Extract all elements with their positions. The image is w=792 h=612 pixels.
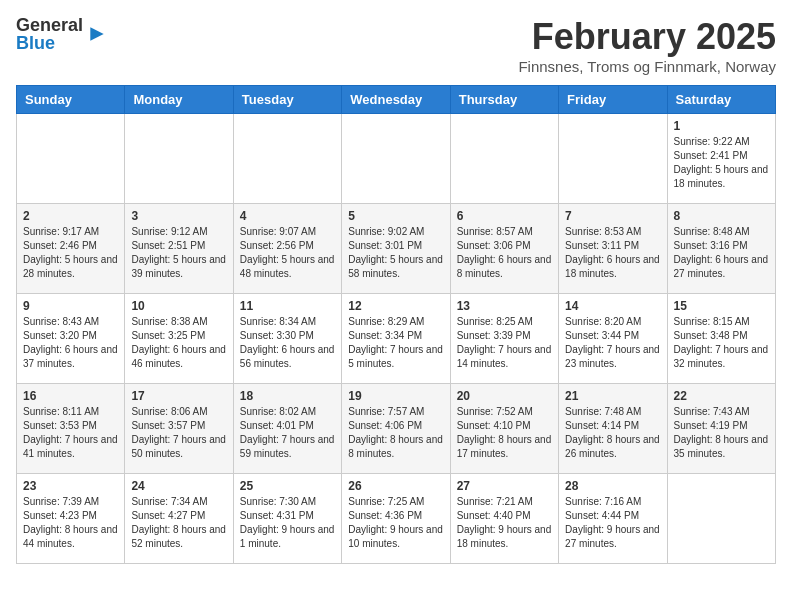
day-info: Sunrise: 7:30 AM Sunset: 4:31 PM Dayligh… <box>240 495 335 551</box>
logo-text-block: General Blue <box>16 16 83 52</box>
day-info: Sunrise: 7:34 AM Sunset: 4:27 PM Dayligh… <box>131 495 226 551</box>
calendar-cell: 16Sunrise: 8:11 AM Sunset: 3:53 PM Dayli… <box>17 384 125 474</box>
page-header: General Blue February 2025 Finnsnes, Tro… <box>16 16 776 75</box>
day-info: Sunrise: 8:43 AM Sunset: 3:20 PM Dayligh… <box>23 315 118 371</box>
calendar-cell: 9Sunrise: 8:43 AM Sunset: 3:20 PM Daylig… <box>17 294 125 384</box>
calendar-cell <box>125 114 233 204</box>
day-info: Sunrise: 9:02 AM Sunset: 3:01 PM Dayligh… <box>348 225 443 281</box>
col-header-monday: Monday <box>125 86 233 114</box>
logo-arrow-icon <box>87 24 107 44</box>
calendar-body: 1Sunrise: 9:22 AM Sunset: 2:41 PM Daylig… <box>17 114 776 564</box>
calendar-cell: 7Sunrise: 8:53 AM Sunset: 3:11 PM Daylig… <box>559 204 667 294</box>
day-info: Sunrise: 7:25 AM Sunset: 4:36 PM Dayligh… <box>348 495 443 551</box>
col-header-sunday: Sunday <box>17 86 125 114</box>
day-number: 1 <box>674 119 769 133</box>
day-number: 12 <box>348 299 443 313</box>
day-info: Sunrise: 8:15 AM Sunset: 3:48 PM Dayligh… <box>674 315 769 371</box>
calendar-cell: 18Sunrise: 8:02 AM Sunset: 4:01 PM Dayli… <box>233 384 341 474</box>
day-number: 28 <box>565 479 660 493</box>
calendar-week-row: 9Sunrise: 8:43 AM Sunset: 3:20 PM Daylig… <box>17 294 776 384</box>
day-info: Sunrise: 9:17 AM Sunset: 2:46 PM Dayligh… <box>23 225 118 281</box>
calendar-cell: 23Sunrise: 7:39 AM Sunset: 4:23 PM Dayli… <box>17 474 125 564</box>
day-info: Sunrise: 8:06 AM Sunset: 3:57 PM Dayligh… <box>131 405 226 461</box>
day-number: 5 <box>348 209 443 223</box>
calendar-cell: 15Sunrise: 8:15 AM Sunset: 3:48 PM Dayli… <box>667 294 775 384</box>
calendar-cell: 20Sunrise: 7:52 AM Sunset: 4:10 PM Dayli… <box>450 384 558 474</box>
day-number: 17 <box>131 389 226 403</box>
calendar-cell <box>17 114 125 204</box>
calendar-cell: 27Sunrise: 7:21 AM Sunset: 4:40 PM Dayli… <box>450 474 558 564</box>
day-number: 25 <box>240 479 335 493</box>
day-info: Sunrise: 7:43 AM Sunset: 4:19 PM Dayligh… <box>674 405 769 461</box>
calendar-cell: 17Sunrise: 8:06 AM Sunset: 3:57 PM Dayli… <box>125 384 233 474</box>
col-header-thursday: Thursday <box>450 86 558 114</box>
calendar-cell: 12Sunrise: 8:29 AM Sunset: 3:34 PM Dayli… <box>342 294 450 384</box>
calendar-cell <box>233 114 341 204</box>
day-info: Sunrise: 8:53 AM Sunset: 3:11 PM Dayligh… <box>565 225 660 281</box>
col-header-wednesday: Wednesday <box>342 86 450 114</box>
calendar-week-row: 2Sunrise: 9:17 AM Sunset: 2:46 PM Daylig… <box>17 204 776 294</box>
calendar-cell: 24Sunrise: 7:34 AM Sunset: 4:27 PM Dayli… <box>125 474 233 564</box>
calendar-subtitle: Finnsnes, Troms og Finnmark, Norway <box>518 58 776 75</box>
day-number: 26 <box>348 479 443 493</box>
calendar-cell: 8Sunrise: 8:48 AM Sunset: 3:16 PM Daylig… <box>667 204 775 294</box>
day-number: 22 <box>674 389 769 403</box>
day-number: 23 <box>23 479 118 493</box>
day-info: Sunrise: 8:29 AM Sunset: 3:34 PM Dayligh… <box>348 315 443 371</box>
day-info: Sunrise: 8:34 AM Sunset: 3:30 PM Dayligh… <box>240 315 335 371</box>
calendar-cell: 26Sunrise: 7:25 AM Sunset: 4:36 PM Dayli… <box>342 474 450 564</box>
day-info: Sunrise: 8:20 AM Sunset: 3:44 PM Dayligh… <box>565 315 660 371</box>
calendar-title: February 2025 <box>518 16 776 58</box>
col-header-friday: Friday <box>559 86 667 114</box>
calendar-cell: 2Sunrise: 9:17 AM Sunset: 2:46 PM Daylig… <box>17 204 125 294</box>
calendar-cell: 3Sunrise: 9:12 AM Sunset: 2:51 PM Daylig… <box>125 204 233 294</box>
logo: General Blue <box>16 16 107 52</box>
day-number: 2 <box>23 209 118 223</box>
day-number: 19 <box>348 389 443 403</box>
logo-general: General <box>16 16 83 34</box>
day-info: Sunrise: 9:22 AM Sunset: 2:41 PM Dayligh… <box>674 135 769 191</box>
day-number: 10 <box>131 299 226 313</box>
calendar-header-row: SundayMondayTuesdayWednesdayThursdayFrid… <box>17 86 776 114</box>
day-number: 11 <box>240 299 335 313</box>
calendar-cell: 11Sunrise: 8:34 AM Sunset: 3:30 PM Dayli… <box>233 294 341 384</box>
day-number: 27 <box>457 479 552 493</box>
day-info: Sunrise: 7:48 AM Sunset: 4:14 PM Dayligh… <box>565 405 660 461</box>
calendar-week-row: 16Sunrise: 8:11 AM Sunset: 3:53 PM Dayli… <box>17 384 776 474</box>
logo-blue: Blue <box>16 34 83 52</box>
calendar-cell: 10Sunrise: 8:38 AM Sunset: 3:25 PM Dayli… <box>125 294 233 384</box>
day-number: 21 <box>565 389 660 403</box>
day-info: Sunrise: 7:39 AM Sunset: 4:23 PM Dayligh… <box>23 495 118 551</box>
calendar-cell <box>667 474 775 564</box>
calendar-cell: 28Sunrise: 7:16 AM Sunset: 4:44 PM Dayli… <box>559 474 667 564</box>
day-info: Sunrise: 7:52 AM Sunset: 4:10 PM Dayligh… <box>457 405 552 461</box>
calendar-cell: 4Sunrise: 9:07 AM Sunset: 2:56 PM Daylig… <box>233 204 341 294</box>
day-info: Sunrise: 8:57 AM Sunset: 3:06 PM Dayligh… <box>457 225 552 281</box>
day-info: Sunrise: 8:25 AM Sunset: 3:39 PM Dayligh… <box>457 315 552 371</box>
day-info: Sunrise: 7:21 AM Sunset: 4:40 PM Dayligh… <box>457 495 552 551</box>
day-number: 3 <box>131 209 226 223</box>
day-info: Sunrise: 9:07 AM Sunset: 2:56 PM Dayligh… <box>240 225 335 281</box>
day-number: 13 <box>457 299 552 313</box>
col-header-tuesday: Tuesday <box>233 86 341 114</box>
day-info: Sunrise: 8:48 AM Sunset: 3:16 PM Dayligh… <box>674 225 769 281</box>
day-number: 9 <box>23 299 118 313</box>
day-number: 20 <box>457 389 552 403</box>
day-number: 16 <box>23 389 118 403</box>
calendar-week-row: 1Sunrise: 9:22 AM Sunset: 2:41 PM Daylig… <box>17 114 776 204</box>
col-header-saturday: Saturday <box>667 86 775 114</box>
calendar-cell: 13Sunrise: 8:25 AM Sunset: 3:39 PM Dayli… <box>450 294 558 384</box>
svg-marker-0 <box>90 27 103 40</box>
calendar-cell: 1Sunrise: 9:22 AM Sunset: 2:41 PM Daylig… <box>667 114 775 204</box>
calendar-cell: 21Sunrise: 7:48 AM Sunset: 4:14 PM Dayli… <box>559 384 667 474</box>
day-number: 4 <box>240 209 335 223</box>
day-number: 8 <box>674 209 769 223</box>
day-info: Sunrise: 8:11 AM Sunset: 3:53 PM Dayligh… <box>23 405 118 461</box>
day-number: 6 <box>457 209 552 223</box>
day-info: Sunrise: 7:57 AM Sunset: 4:06 PM Dayligh… <box>348 405 443 461</box>
day-number: 14 <box>565 299 660 313</box>
calendar-cell: 14Sunrise: 8:20 AM Sunset: 3:44 PM Dayli… <box>559 294 667 384</box>
calendar-cell: 5Sunrise: 9:02 AM Sunset: 3:01 PM Daylig… <box>342 204 450 294</box>
day-info: Sunrise: 7:16 AM Sunset: 4:44 PM Dayligh… <box>565 495 660 551</box>
day-info: Sunrise: 8:02 AM Sunset: 4:01 PM Dayligh… <box>240 405 335 461</box>
